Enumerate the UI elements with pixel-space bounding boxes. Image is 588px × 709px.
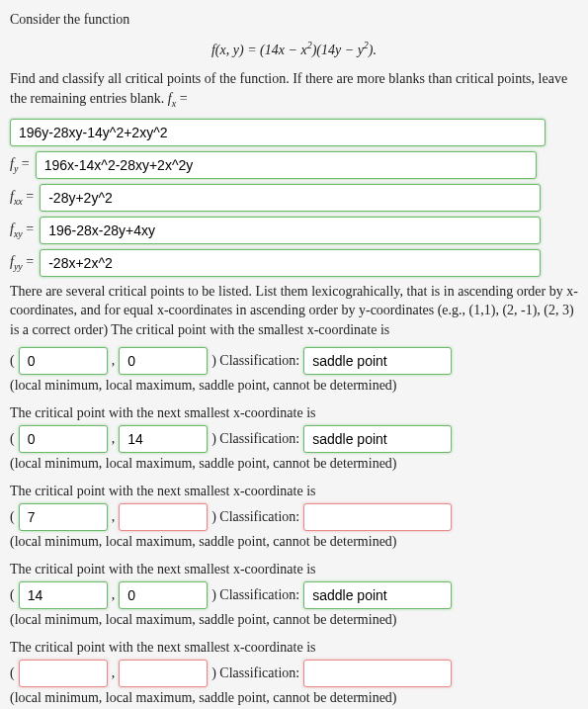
fxx-label: fxx = [10,189,34,207]
lparen: ( [10,431,15,447]
rparen-class: ) Classification: [211,509,299,525]
fy-input[interactable] [36,151,537,179]
rparen-class: ) Classification: [211,353,299,369]
x-input-4[interactable] [19,581,108,609]
equation: f(x, y) = (14x − x2)(14y − y2). [10,40,578,58]
hint-3: (local minimum, local maximum, saddle po… [10,534,578,550]
x-input-2[interactable] [19,425,108,453]
x-input-3[interactable] [19,503,108,531]
y-input-5[interactable] [119,660,208,687]
fy-label: fy = [10,156,30,174]
rparen-class: ) Classification: [211,431,299,447]
point-row-5: ( , ) Classification: [10,660,578,687]
x-input-5[interactable] [19,660,108,687]
comma: , [112,353,116,369]
list-instructions: There are several critical points to be … [10,282,578,340]
hint-2: (local minimum, local maximum, saddle po… [10,456,578,472]
fxy-input[interactable] [40,217,541,244]
hint-5: (local minimum, local maximum, saddle po… [10,690,578,706]
point-row-2: ( , ) Classification: [10,425,578,453]
hint-1: (local minimum, local maximum, saddle po… [10,378,578,394]
comma: , [112,431,116,447]
fxx-input[interactable] [40,184,541,212]
intro-text: Consider the function [10,10,578,30]
class-input-2[interactable] [303,425,452,453]
point-row-3: ( , ) Classification: [10,503,578,531]
instructions: Find and classify all critical points of… [10,69,578,110]
point-row-4: ( , ) Classification: [10,581,578,609]
next-prompt-3: The critical point with the next smalles… [10,484,578,499]
hint-4: (local minimum, local maximum, saddle po… [10,612,578,628]
next-prompt-2: The critical point with the next smalles… [10,405,578,421]
comma: , [112,665,116,681]
point-row-1: ( , ) Classification: [10,347,578,375]
rparen-class: ) Classification: [211,587,299,603]
lparen: ( [10,353,15,369]
x-input-1[interactable] [19,347,108,375]
y-input-2[interactable] [119,425,208,453]
y-input-3[interactable] [119,503,208,531]
find-text: Find and classify all critical points of… [10,71,567,106]
next-prompt-5: The critical point with the next smalles… [10,640,578,656]
fyy-input[interactable] [40,249,541,277]
class-input-1[interactable] [303,347,452,375]
y-input-1[interactable] [119,347,208,375]
class-input-4[interactable] [303,581,452,609]
comma: , [112,587,116,603]
class-input-5[interactable] [303,660,452,687]
y-input-4[interactable] [119,581,208,609]
class-input-3[interactable] [303,503,452,531]
lparen: ( [10,509,15,525]
fyy-label: fyy = [10,254,34,272]
lparen: ( [10,665,15,681]
fxy-label: fxy = [10,222,34,239]
fx-input[interactable] [10,119,546,146]
lparen: ( [10,587,15,603]
comma: , [112,509,116,525]
rparen-class: ) Classification: [211,665,299,681]
next-prompt-4: The critical point with the next smalles… [10,562,578,577]
